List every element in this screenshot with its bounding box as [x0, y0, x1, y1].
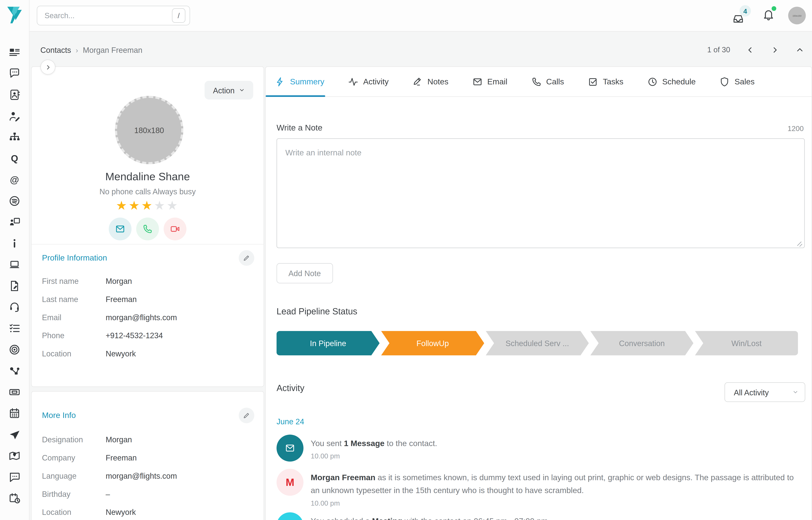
breadcrumb-contacts-link[interactable]: Contacts	[40, 46, 71, 54]
activity-text-bold: Meeting	[372, 516, 402, 520]
brand-icon	[6, 5, 24, 25]
inbox-button[interactable]: 4	[732, 5, 750, 26]
tab-label: Tasks	[603, 77, 623, 86]
contact-book-icon	[8, 88, 21, 101]
note-textarea[interactable]	[277, 139, 804, 248]
field-value: –	[106, 489, 110, 499]
contact-avatar-placeholder: 180x180	[115, 96, 184, 164]
pipeline-stage-followup[interactable]: FollowUp	[381, 331, 484, 355]
breadcrumb-separator-icon: ›	[76, 46, 78, 54]
stage-label: Win/Lost	[731, 339, 762, 347]
activity-item-meeting: You scheduled a Meeting with the contact…	[276, 512, 804, 520]
pipeline-stage-scheduled-service[interactable]: Scheduled Serv ...	[486, 331, 589, 355]
tab-notes[interactable]: Notes	[411, 67, 450, 96]
more-info-fields: DesignationMorgan CompanyFreeman Languag…	[42, 434, 253, 517]
app-logo[interactable]	[6, 5, 24, 25]
sidebar-item-target[interactable]	[8, 343, 21, 356]
search-input[interactable]	[44, 11, 172, 20]
pipeline-stage-win-lost[interactable]: Win/Lost	[695, 331, 798, 355]
flow-icon	[8, 364, 21, 377]
note-input-box	[276, 138, 805, 248]
add-note-button[interactable]: Add Note	[276, 263, 333, 283]
tab-tasks[interactable]: Tasks	[587, 67, 624, 96]
call-button[interactable]	[136, 218, 159, 240]
detail-tabs: Summery Activity Notes Email Calls Tasks	[266, 67, 811, 97]
sidebar-item-support[interactable]	[8, 301, 21, 313]
notifications-button[interactable]	[762, 8, 776, 23]
sidebar-item-info[interactable]	[8, 237, 21, 250]
tab-email[interactable]: Email	[471, 67, 508, 96]
sidebar-item-doc-edit[interactable]	[8, 279, 21, 292]
sidebar-item-training[interactable]	[8, 215, 21, 229]
ticket-icon	[8, 386, 21, 398]
sidebar-item-comments[interactable]	[8, 470, 21, 484]
resize-handle[interactable]	[796, 240, 803, 246]
activity-text-post: with the contact on 06:45 pm - 07:00 pm	[402, 516, 548, 520]
prev-record-button[interactable]	[745, 45, 755, 55]
send-email-button[interactable]	[109, 218, 132, 240]
sidebar-item-quora[interactable]: Q	[8, 152, 21, 165]
tab-schedule[interactable]: Schedule	[646, 67, 697, 96]
field-row: LocationNewyork	[42, 506, 253, 517]
sidebar-item-flow[interactable]	[8, 364, 21, 377]
meeting-avatar	[276, 512, 303, 520]
activity-filter-dropdown[interactable]: All Activity	[725, 382, 805, 402]
user-avatar[interactable]: 150x150	[788, 7, 806, 24]
sidebar-item-map[interactable]	[8, 449, 21, 462]
sidebar-item-laptop[interactable]	[8, 258, 21, 271]
activity-date-group: June 24	[276, 417, 304, 426]
calendar-icon	[8, 407, 21, 419]
lightning-icon	[275, 77, 285, 87]
activity-item-message: You sent 1 Message to the contact. 10.00…	[276, 435, 804, 462]
sidebar-item-mention[interactable]: @	[8, 173, 21, 186]
sidebar-item-checklist[interactable]	[8, 322, 21, 335]
sidebar-item-calendar[interactable]	[8, 407, 21, 420]
action-dropdown-button[interactable]: Action	[205, 81, 253, 100]
collapse-panel-button[interactable]	[794, 45, 805, 55]
spotify-icon	[8, 194, 21, 207]
calendar-clock-icon	[8, 492, 21, 504]
chevron-down-icon	[792, 389, 799, 395]
sidebar-item-send[interactable]	[8, 428, 21, 441]
left-icon-rail: Q @	[0, 0, 29, 520]
search-shortcut-key: /	[172, 8, 186, 23]
field-row: CompanyFreeman	[42, 452, 253, 463]
tab-sales[interactable]: Sales	[719, 67, 756, 96]
doc-edit-icon	[8, 280, 21, 292]
video-camera-icon	[170, 224, 180, 234]
top-bar: / 4 150x150	[29, 0, 812, 31]
sidebar-item-contacts[interactable]	[8, 88, 21, 101]
sidebar-collapse-toggle[interactable]	[40, 59, 56, 75]
pipeline-stage-conversation[interactable]: Conversation	[590, 331, 693, 355]
tab-label: Activity	[363, 77, 388, 86]
sidebar-item-spotify[interactable]	[8, 194, 21, 207]
send-icon	[8, 428, 21, 440]
contact-rating[interactable]: ★★★★★	[31, 199, 264, 213]
lead-pipeline-title: Lead Pipeline Status	[276, 307, 357, 317]
field-row: First nameMorgan	[42, 276, 253, 286]
laptop-icon	[8, 258, 21, 270]
sidebar-item-org-chart[interactable]	[8, 131, 21, 144]
pipeline-stage-in-pipeline[interactable]: In Pipeline	[276, 331, 380, 355]
target-icon	[8, 343, 21, 356]
field-label: Birthday	[42, 489, 106, 499]
sidebar-item-feed[interactable]	[8, 46, 21, 59]
field-label: Location	[42, 348, 106, 359]
next-record-button[interactable]	[769, 45, 780, 55]
field-value: +912-4532-1234	[106, 330, 163, 341]
tab-summary[interactable]: Summery	[266, 67, 325, 96]
tab-calls[interactable]: Calls	[530, 67, 565, 96]
app-window: Q @ / 4	[0, 0, 812, 520]
tab-activity[interactable]: Activity	[347, 67, 390, 96]
tab-label: Email	[487, 77, 507, 86]
edit-profile-button[interactable]	[239, 250, 254, 266]
edit-more-info-button[interactable]	[239, 408, 254, 423]
video-call-button[interactable]	[164, 218, 186, 240]
sidebar-item-ticket[interactable]	[8, 385, 21, 398]
breadcrumb-row: Contacts › Morgan Freeman 1 of 30	[29, 31, 812, 66]
sidebar-item-user-edit[interactable]	[8, 109, 21, 122]
sidebar-item-chat[interactable]	[8, 67, 21, 80]
envelope-icon	[115, 224, 125, 234]
sidebar-item-calendar-clock[interactable]	[8, 492, 21, 504]
chevron-up-icon	[796, 46, 804, 53]
